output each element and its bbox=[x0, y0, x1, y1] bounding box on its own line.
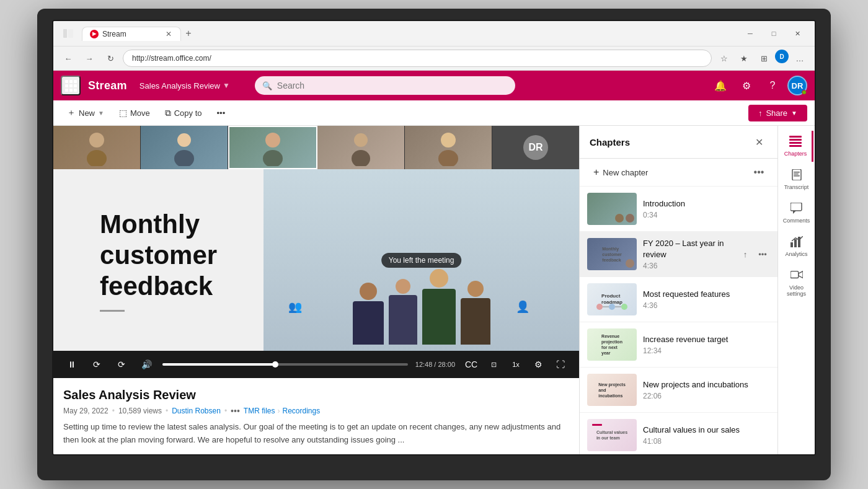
active-tab[interactable]: ▶ Stream ✕ bbox=[82, 27, 181, 41]
thumb-text-4: Revenueprojectionfor nextyear bbox=[599, 331, 625, 358]
slide-content: Monthly customer feedback bbox=[100, 209, 217, 312]
chapter-more-button[interactable]: ••• bbox=[755, 247, 770, 262]
minimize-button[interactable]: ─ bbox=[739, 25, 761, 42]
side-analytics-button[interactable]: Analytics bbox=[780, 231, 813, 262]
participant-1[interactable] bbox=[53, 126, 141, 169]
svg-rect-0 bbox=[63, 29, 67, 38]
laptop-screen: ▶ Stream ✕ + ─ □ ✕ ← → ↻ ☆ ★ ⊞ bbox=[52, 20, 816, 456]
video-meeting: You left the meeting 👥 👤 bbox=[264, 169, 579, 351]
settings-ellipsis-button[interactable]: … bbox=[791, 50, 808, 67]
chapter-item-introduction[interactable]: Introduction 0:34 bbox=[580, 187, 777, 232]
maximize-button[interactable]: □ bbox=[763, 25, 785, 42]
window-controls: ─ □ ✕ bbox=[739, 25, 808, 42]
speed-button[interactable]: 1x bbox=[507, 356, 525, 373]
fullscreen-button[interactable]: ⛶ bbox=[552, 356, 569, 373]
time-display: 12:48 / 28:00 bbox=[415, 361, 455, 368]
chapters-close-button[interactable]: ✕ bbox=[750, 133, 768, 151]
progress-bar[interactable] bbox=[162, 363, 408, 366]
tab-close-button[interactable]: ✕ bbox=[164, 30, 173, 38]
svg-rect-24 bbox=[794, 175, 800, 177]
new-tab-button[interactable]: + bbox=[181, 26, 196, 41]
back-button[interactable]: ← bbox=[60, 50, 77, 67]
chapter-item-fy2020[interactable]: Monthlycustomerfeedback FY 2020 – Last y… bbox=[580, 232, 777, 277]
chapter-thumb-3: Productroadmap bbox=[587, 283, 637, 315]
chapters-more-button[interactable]: ••• bbox=[750, 164, 768, 181]
chapter-time-2: 4:36 bbox=[643, 262, 732, 270]
side-comments-button[interactable]: Comments bbox=[780, 198, 813, 229]
reaction-icon-left[interactable]: 👥 bbox=[288, 300, 302, 314]
close-window-button[interactable]: ✕ bbox=[786, 25, 808, 42]
video-panel: DR Monthly customer feedback bbox=[53, 126, 579, 454]
slide-underline bbox=[100, 310, 125, 312]
side-chapters-button[interactable]: Chapters bbox=[780, 131, 813, 162]
sidebar-toggle-button[interactable] bbox=[60, 25, 77, 42]
help-button[interactable]: ? bbox=[761, 74, 784, 97]
notifications-button[interactable]: 🔔 bbox=[709, 74, 732, 97]
move-button[interactable]: ⬚ Move bbox=[113, 105, 156, 121]
participant-2[interactable] bbox=[141, 126, 228, 169]
analytics-icon bbox=[790, 236, 803, 249]
svg-marker-31 bbox=[798, 271, 802, 278]
transcript-button[interactable]: ⊡ bbox=[485, 356, 502, 373]
chapter-name-5: New projects and incubations bbox=[643, 379, 770, 390]
video-info: Sales Analysis Review May 29, 2022 • 10,… bbox=[53, 378, 579, 454]
copy-to-button[interactable]: ⧉ Copy to bbox=[159, 105, 208, 121]
reaction-icon-right[interactable]: 👤 bbox=[516, 300, 529, 314]
favorites-button[interactable]: ★ bbox=[735, 50, 753, 67]
plus-icon-chapter: + bbox=[593, 167, 599, 178]
avatar-bg: DR bbox=[492, 126, 579, 169]
svg-point-11 bbox=[438, 150, 458, 166]
share-button[interactable]: ↑ Share ▼ bbox=[748, 105, 807, 121]
participant-bg-3 bbox=[229, 127, 316, 168]
settings-button[interactable]: ⚙ bbox=[735, 74, 758, 97]
chapter-item-features[interactable]: Productroadmap M bbox=[580, 277, 777, 322]
chapter-time-1: 0:34 bbox=[643, 211, 770, 219]
add-to-favorites-button[interactable]: ☆ bbox=[715, 50, 733, 67]
path-recordings-link[interactable]: Recordings bbox=[282, 407, 320, 415]
side-transcript-button[interactable]: Transcript bbox=[780, 164, 813, 195]
thumb-person-3 bbox=[626, 259, 634, 268]
chapter-share-button[interactable]: ↑ bbox=[738, 247, 753, 262]
profile-avatar[interactable]: D bbox=[775, 50, 789, 63]
meeting-people bbox=[353, 269, 490, 345]
thumb-text-5: New projectsandincubations bbox=[596, 379, 628, 401]
chapter-name-4: Increase revenue target bbox=[643, 334, 770, 345]
new-chapter-button[interactable]: + New chapter bbox=[590, 164, 652, 180]
volume-button[interactable]: 🔊 bbox=[138, 356, 155, 373]
video-slide: Monthly customer feedback bbox=[53, 169, 264, 351]
chapter-item-revenue[interactable]: Revenueprojectionfor nextyear Increase r… bbox=[580, 322, 777, 368]
more-options-button[interactable]: ••• bbox=[211, 105, 232, 121]
thumb-text-2: Monthlycustomerfeedback bbox=[600, 244, 624, 265]
forward-button[interactable]: → bbox=[81, 50, 98, 67]
online-indicator bbox=[802, 90, 807, 95]
collections-button[interactable]: ⊞ bbox=[755, 50, 773, 67]
chapter-item-culture[interactable]: Cultural valuesin our team Cultural valu… bbox=[580, 413, 777, 454]
participant-4[interactable] bbox=[317, 126, 405, 169]
quality-button[interactable]: ⚙ bbox=[529, 356, 547, 373]
participant-6-avatar[interactable]: DR bbox=[492, 126, 579, 169]
path-tmr-link[interactable]: TMR files bbox=[244, 407, 275, 415]
play-pause-button[interactable]: ⏸ bbox=[63, 356, 81, 373]
breadcrumb-current[interactable]: Sales Analysis Review ▼ bbox=[135, 79, 235, 93]
app-grid-button[interactable] bbox=[61, 76, 81, 95]
participant-5[interactable] bbox=[405, 126, 492, 169]
chapter-info-6: Cultural values in our sales 41:08 bbox=[643, 425, 770, 446]
address-input[interactable] bbox=[123, 50, 712, 67]
new-button[interactable]: ＋ New ▼ bbox=[61, 104, 110, 121]
plus-icon: ＋ bbox=[67, 107, 76, 118]
search-input[interactable] bbox=[255, 76, 515, 95]
rewind-button[interactable]: ⟳ bbox=[88, 356, 105, 373]
thumb-person-1 bbox=[615, 214, 624, 222]
chapter-item-projects[interactable]: New projectsandincubations New projects … bbox=[580, 368, 777, 413]
meta-more-button[interactable]: ••• bbox=[231, 406, 240, 416]
user-avatar[interactable]: DR bbox=[787, 76, 807, 95]
side-video-settings-button[interactable]: Video settings bbox=[780, 265, 813, 302]
refresh-button[interactable]: ↻ bbox=[102, 50, 119, 67]
captions-button[interactable]: CC bbox=[463, 356, 480, 373]
video-author-link[interactable]: Dustin Robsen bbox=[172, 407, 221, 415]
person-head-3 bbox=[430, 269, 448, 288]
forward-10-button[interactable]: ⟳ bbox=[113, 356, 130, 373]
thumb-people-1 bbox=[615, 214, 634, 222]
move-icon: ⬚ bbox=[119, 108, 127, 118]
participant-3-active[interactable] bbox=[228, 126, 317, 169]
